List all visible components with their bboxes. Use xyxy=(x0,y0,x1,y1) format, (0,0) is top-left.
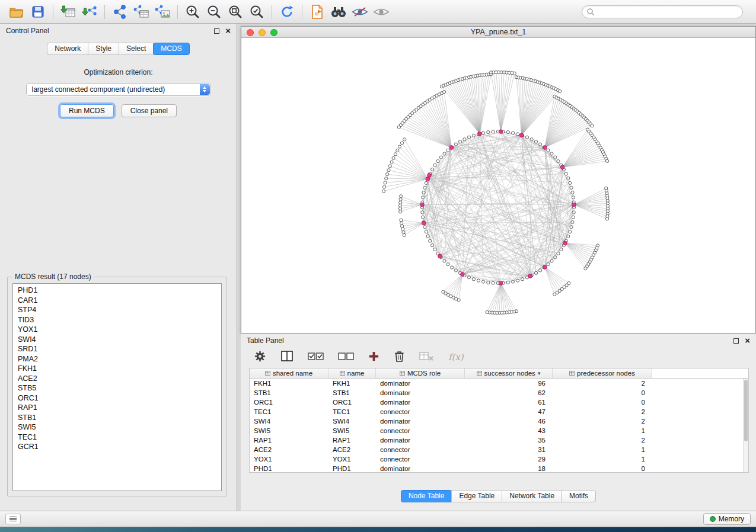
column-header-successor-nodes[interactable]: successor nodes▾ xyxy=(465,368,553,378)
table-row[interactable]: SWI5SWI5connector431 xyxy=(250,426,743,435)
zoom-fit-button[interactable] xyxy=(225,2,246,21)
network-share-icon xyxy=(113,5,127,19)
mcds-result-item[interactable]: TEC1 xyxy=(13,432,221,443)
deselect-all-button[interactable] xyxy=(338,352,354,363)
mcds-result-item[interactable]: STB5 xyxy=(13,383,221,393)
toolbar-separator xyxy=(53,5,53,19)
import-table-button[interactable] xyxy=(58,2,79,21)
table-row[interactable]: YOX1YOX1connector291 xyxy=(250,454,743,464)
mcds-result-item[interactable]: ACE2 xyxy=(13,374,221,384)
network-image-button[interactable] xyxy=(152,2,173,21)
zoom-selected-button[interactable] xyxy=(246,2,267,21)
table-cell: ACE2 xyxy=(250,445,328,454)
mcds-result-item[interactable]: CAR1 xyxy=(13,296,221,306)
table-cell: TEC1 xyxy=(250,407,328,416)
table-cell: 31 xyxy=(465,445,553,454)
float-panel-icon[interactable] xyxy=(214,28,219,34)
zoom-window-button[interactable] xyxy=(270,29,277,36)
tab-network[interactable]: Network xyxy=(47,43,88,55)
zoom-out-button[interactable] xyxy=(203,2,225,21)
mcds-result-item[interactable]: SWI5 xyxy=(13,422,221,432)
table-tab-node-table[interactable]: Node Table xyxy=(401,490,452,502)
window-traffic-lights xyxy=(247,29,277,36)
show-details-button[interactable] xyxy=(371,2,392,21)
criterion-select[interactable]: largest connected component (undirected) xyxy=(26,83,211,96)
mcds-result-item[interactable]: SRD1 xyxy=(13,344,221,354)
table-row[interactable]: PHD1PHD1dominator180 xyxy=(250,464,743,472)
close-panel-icon[interactable]: × xyxy=(225,28,231,34)
mcds-result-item[interactable]: TID3 xyxy=(13,315,221,325)
zoom-in-button[interactable] xyxy=(182,2,203,21)
table-scrollbar-thumb[interactable] xyxy=(744,380,748,441)
column-header-predecessor-nodes[interactable]: predecessor nodes xyxy=(553,368,652,378)
tab-select[interactable]: Select xyxy=(119,43,154,55)
column-header-shared-name[interactable]: shared name xyxy=(250,368,328,378)
column-header-name[interactable]: name xyxy=(328,368,376,378)
node-table-body: FKH1FKH1dominator962STB1STB1dominator620… xyxy=(250,379,743,472)
mcds-result-list[interactable]: PHD1CAR1STP4TID3YOX1SWI4SRD1PMA2FKH1ACE2… xyxy=(12,283,222,491)
table-tab-motifs[interactable]: Motifs xyxy=(562,490,596,502)
mcds-result-item[interactable]: SWI4 xyxy=(13,335,221,345)
close-table-panel-icon[interactable]: × xyxy=(745,338,750,344)
mcds-result-item[interactable]: ORC1 xyxy=(13,393,221,403)
mcds-result-item[interactable]: YOX1 xyxy=(13,325,221,335)
save-session-button[interactable] xyxy=(27,2,49,21)
run-mcds-button[interactable]: Run MCDS xyxy=(60,104,114,117)
table-row[interactable]: ACE2ACE2connector311 xyxy=(250,445,743,454)
mcds-result-item[interactable]: FKH1 xyxy=(13,364,221,374)
table-row[interactable]: TEC1TEC1connector472 xyxy=(250,407,743,416)
new-network-button[interactable] xyxy=(109,2,130,21)
table-row[interactable]: ORC1ORC1dominator610 xyxy=(250,398,743,407)
minimize-window-button[interactable] xyxy=(259,29,266,36)
apply-layout-button[interactable] xyxy=(276,2,298,21)
table-row[interactable]: RAP1RAP1dominator352 xyxy=(250,435,743,445)
open-session-button[interactable] xyxy=(6,2,27,21)
mcds-result-item[interactable]: PMA2 xyxy=(13,354,221,364)
tab-style[interactable]: Style xyxy=(88,43,119,55)
network-window-titlebar[interactable]: YPA_prune.txt_1 xyxy=(241,27,755,38)
toolbar-separator xyxy=(177,5,178,19)
import-network-button[interactable] xyxy=(79,2,100,21)
table-cell: connector xyxy=(376,454,465,464)
network-table-button[interactable] xyxy=(130,2,152,21)
table-row[interactable]: SWI4SWI4dominator462 xyxy=(250,416,743,426)
table-tab-edge-table[interactable]: Edge Table xyxy=(451,490,502,502)
mcds-result-item[interactable]: RAP1 xyxy=(13,403,221,413)
table-row[interactable]: STB1STB1dominator620 xyxy=(250,388,743,398)
network-canvas[interactable] xyxy=(241,38,755,333)
trash-icon xyxy=(394,350,405,363)
table-settings-button[interactable] xyxy=(254,350,266,365)
export-document-button[interactable] xyxy=(307,2,328,21)
optimization-criterion-label: Optimization criterion: xyxy=(0,68,237,76)
show-columns-button[interactable] xyxy=(280,350,294,364)
hide-details-button[interactable] xyxy=(349,2,371,21)
table-cell: 35 xyxy=(465,435,553,445)
delete-table-button[interactable] xyxy=(419,351,434,363)
mcds-result-item[interactable]: STP4 xyxy=(13,305,221,315)
delete-column-button[interactable] xyxy=(394,350,405,365)
function-builder-button[interactable]: f(x) xyxy=(448,352,464,363)
show-panels-button[interactable] xyxy=(5,514,21,524)
search-network-button[interactable] xyxy=(328,2,349,21)
node-table-header: shared namenameMCDS rolesuccessor nodes▾… xyxy=(250,368,748,379)
table-tab-network-table[interactable]: Network Table xyxy=(502,490,562,502)
table-row[interactable]: FKH1FKH1dominator962 xyxy=(250,379,743,388)
close-window-button[interactable] xyxy=(247,29,254,36)
mcds-result-item[interactable]: PHD1 xyxy=(13,286,221,296)
tab-mcds[interactable]: MCDS xyxy=(153,43,189,55)
import-network-icon xyxy=(82,5,97,19)
table-cell: 2 xyxy=(553,435,652,445)
mcds-result-item[interactable]: STB1 xyxy=(13,413,221,423)
network-graph[interactable] xyxy=(241,38,755,333)
table-scrollbar[interactable] xyxy=(743,379,748,472)
column-header-MCDS-role[interactable]: MCDS role xyxy=(376,368,465,378)
table-cell: 2 xyxy=(553,416,652,426)
float-table-panel-icon[interactable] xyxy=(733,338,739,344)
zoom-fit-icon xyxy=(228,4,243,20)
search-input[interactable] xyxy=(582,5,743,18)
add-column-button[interactable] xyxy=(368,351,379,364)
select-all-button[interactable] xyxy=(308,352,324,363)
memory-button[interactable]: Memory xyxy=(703,513,751,525)
mcds-result-item[interactable]: GCR1 xyxy=(13,442,221,452)
close-panel-button[interactable]: Close panel xyxy=(122,104,177,117)
